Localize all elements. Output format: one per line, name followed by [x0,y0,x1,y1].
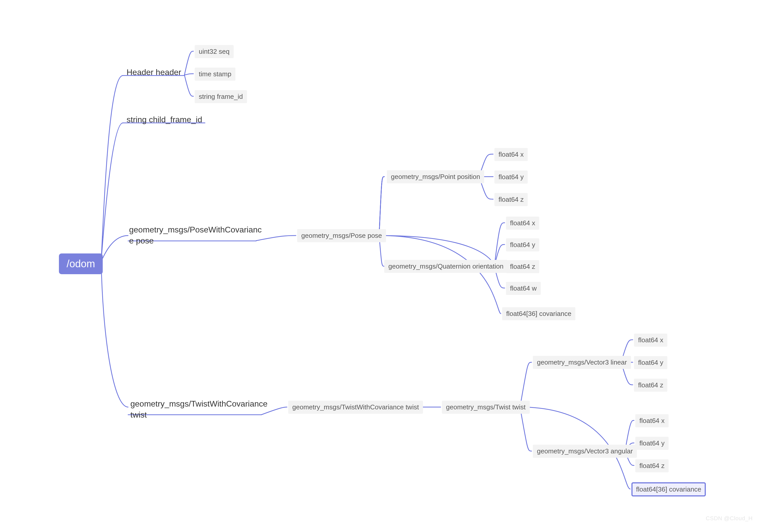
leaf-lin-z-label: float64 z [638,381,663,389]
leaf-twist1-label: geometry_msgs/TwistWithCovariance twist [292,403,419,411]
leaf-point[interactable]: geometry_msgs/Point position [387,170,484,183]
leaf-lin-x-label: float64 x [638,336,663,344]
leaf-timestamp-label: time stamp [199,70,231,78]
leaf-point-label: geometry_msgs/Point position [391,173,480,180]
leaf-angular-label: geometry_msgs/Vector3 angular [537,447,633,455]
leaf-lin-x[interactable]: float64 x [634,334,667,347]
leaf-frameid[interactable]: string frame_id [195,90,247,103]
leaf-quat-y-label: float64 y [510,241,535,249]
leaf-twist2-label: geometry_msgs/Twist twist [446,403,526,411]
mindmap-edges [0,0,768,532]
leaf-lin-y[interactable]: float64 y [634,356,667,369]
branch-header-label: Header header [126,68,181,77]
leaf-twist-cov-selected[interactable]: float64[36] covariance [632,482,706,496]
branch-twist-with-cov[interactable]: geometry_msgs/TwistWithCovariance twist [129,397,268,422]
leaf-ang-z-label: float64 z [639,462,665,470]
leaf-point-y-label: float64 y [499,173,524,181]
leaf-linear[interactable]: geometry_msgs/Vector3 linear [533,356,631,369]
leaf-pose-cov[interactable]: float64[36] covariance [502,307,575,320]
leaf-quat-z-label: float64 z [510,263,535,270]
leaf-ang-x[interactable]: float64 x [635,414,669,427]
branch-pose-with-cov-l2: e pose [129,236,154,245]
leaf-angular[interactable]: geometry_msgs/Vector3 angular [533,445,637,458]
leaf-quat-y[interactable]: float64 y [506,238,539,251]
root-label: /odom [67,258,95,269]
branch-child-frame-id-label: string child_frame_id [126,115,202,124]
watermark-text: CSDN @Cloud_H [706,515,753,522]
leaf-lin-y-label: float64 y [638,359,663,366]
leaf-point-z[interactable]: float64 z [495,193,528,206]
branch-child-frame-id[interactable]: string child_frame_id [125,113,203,127]
leaf-ang-z[interactable]: float64 z [635,459,669,472]
branch-pose-with-cov[interactable]: geometry_msgs/PoseWithCovarianc e pose [128,223,261,248]
leaf-quat-label: geometry_msgs/Quaternion orientation [389,262,503,270]
leaf-twist-cov-label: float64[36] covariance [636,485,701,493]
leaf-twist1[interactable]: geometry_msgs/TwistWithCovariance twist [288,401,423,414]
leaf-timestamp[interactable]: time stamp [195,68,235,81]
branch-twist-with-cov-l1: geometry_msgs/TwistWithCovariance [130,399,267,408]
leaf-quat-z[interactable]: float64 z [506,260,539,273]
leaf-frameid-label: string frame_id [199,93,243,100]
leaf-linear-label: geometry_msgs/Vector3 linear [537,358,627,366]
leaf-seq[interactable]: uint32 seq [195,45,234,58]
leaf-twist2[interactable]: geometry_msgs/Twist twist [442,401,530,414]
leaf-ang-y-label: float64 y [639,439,665,447]
branch-pose-with-cov-l1: geometry_msgs/PoseWithCovarianc [129,225,262,234]
leaf-point-x-label: float64 x [499,151,524,158]
branch-header[interactable]: Header header [125,65,182,79]
leaf-point-y[interactable]: float64 y [495,171,528,184]
leaf-quat[interactable]: geometry_msgs/Quaternion orientation [384,260,508,273]
leaf-ang-y[interactable]: float64 y [635,437,669,450]
leaf-quat-x-label: float64 x [510,219,535,227]
leaf-pose[interactable]: geometry_msgs/Pose pose [297,229,386,242]
leaf-seq-label: uint32 seq [199,48,229,55]
leaf-pose-cov-label: float64[36] covariance [506,310,571,317]
leaf-quat-w[interactable]: float64 w [506,282,541,295]
leaf-point-x[interactable]: float64 x [495,148,528,161]
leaf-pose-label: geometry_msgs/Pose pose [301,232,382,239]
branch-twist-with-cov-l2: twist [130,410,147,419]
leaf-quat-x[interactable]: float64 x [506,217,539,230]
mindmap-root[interactable]: /odom [59,253,103,274]
leaf-lin-z[interactable]: float64 z [634,379,667,392]
leaf-quat-w-label: float64 w [510,284,537,292]
watermark: CSDN @Cloud_H [706,515,753,522]
leaf-point-z-label: float64 z [499,196,524,203]
leaf-ang-x-label: float64 x [639,417,665,424]
